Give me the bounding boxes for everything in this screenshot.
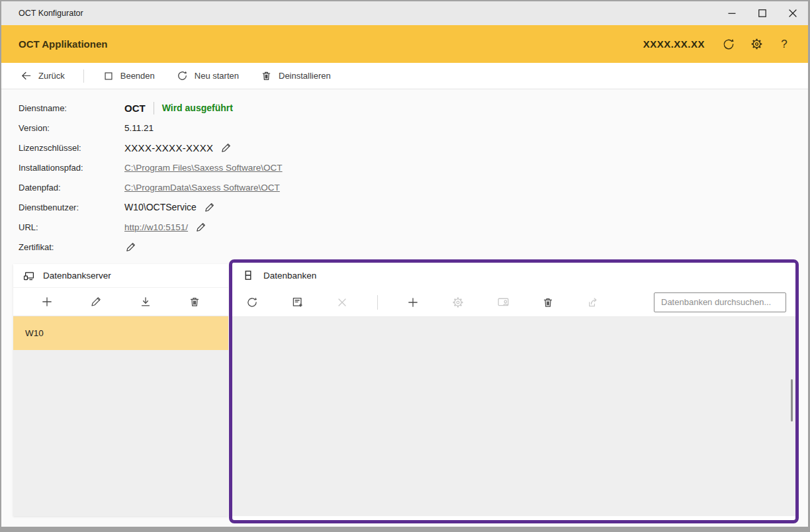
window-controls — [717, 1, 808, 25]
add-server-button[interactable] — [37, 292, 57, 312]
edit-certificate-button[interactable] — [124, 241, 137, 253]
version-value: 5.11.21 — [124, 123, 154, 133]
service-url-link[interactable]: http://w10:5151/ — [124, 222, 188, 232]
install-path-link[interactable]: C:\Program Files\Saxess Software\OCT — [124, 163, 283, 173]
command-bar-divider — [83, 69, 84, 83]
pencil-icon — [89, 295, 103, 308]
scrollbar-thumb[interactable] — [791, 379, 793, 421]
toolbar-divider — [377, 295, 378, 310]
trash-icon — [188, 295, 201, 308]
field-row-zertifikat: Zertifikat: — [19, 237, 283, 257]
database-server-panel-title: Datenbankserver — [43, 271, 111, 281]
gear-icon — [750, 37, 764, 51]
pencil-icon — [195, 221, 207, 234]
refresh-icon — [246, 296, 259, 309]
add-database-button[interactable] — [403, 292, 423, 312]
edit-server-button[interactable] — [86, 292, 106, 312]
field-label: Dienstname: — [19, 103, 124, 113]
delete-server-button[interactable] — [185, 292, 204, 312]
user-preview-icon — [496, 295, 510, 309]
field-row-version: Version: 5.11.21 — [19, 118, 283, 138]
pencil-icon — [124, 241, 137, 253]
window-frame: OCT Konfigurator OCT Applikationen XXXX.… — [0, 0, 810, 532]
databases-toolbar — [232, 288, 795, 317]
edit-url-button[interactable] — [195, 221, 207, 234]
new-from-template-button[interactable] — [287, 292, 307, 312]
database-icon — [242, 269, 255, 282]
settings-button[interactable] — [747, 35, 766, 54]
field-row-datenpfad: Datenpfad: C:\ProgramData\Saxess Softwar… — [19, 177, 283, 197]
refresh-icon — [721, 37, 736, 52]
edit-license-button[interactable] — [220, 142, 232, 154]
refresh-databases-button[interactable] — [242, 292, 262, 312]
databases-panel-header: Datenbanken — [232, 263, 795, 288]
field-label: Datenpfad: — [19, 183, 124, 193]
databases-panel: Datenbanken — [229, 259, 799, 523]
service-details: Dienstname: OCT Wird ausgeführt Version:… — [19, 98, 283, 257]
help-button[interactable]: ? — [775, 35, 793, 54]
database-server-panel: Datenbankserver W10 — [13, 264, 228, 516]
minimize-button[interactable] — [717, 1, 747, 25]
app-header: OCT Applikationen XXXX.XX.XX ? — [1, 25, 808, 63]
restart-icon — [176, 69, 189, 82]
back-button[interactable]: Zurück — [20, 69, 65, 82]
field-label: Installationspfad: — [19, 163, 124, 173]
refresh-button[interactable] — [719, 35, 738, 54]
main-content: Dienstname: OCT Wird ausgeführt Version:… — [1, 89, 808, 527]
minimize-icon — [725, 7, 739, 20]
data-path-link[interactable]: C:\ProgramData\Saxess Software\OCT — [124, 183, 280, 193]
delete-database-button[interactable] — [538, 292, 558, 312]
command-bar: Zurück Beenden Neu starten Deinstalliere… — [1, 63, 808, 89]
uninstall-label: Deinstallieren — [279, 71, 331, 81]
back-label: Zurück — [38, 71, 65, 81]
page-title: OCT Applikationen — [19, 38, 107, 50]
databases-list-area — [232, 317, 795, 516]
back-arrow-icon — [20, 69, 32, 82]
close-button[interactable] — [778, 1, 808, 25]
window-title: OCT Konfigurator — [19, 9, 83, 18]
field-label: Lizenzschlüssel: — [19, 143, 124, 153]
question-mark-icon: ? — [781, 38, 787, 51]
field-row-lizenzschluessel: Lizenzschlüssel: XXXX-XXXX-XXXX — [19, 138, 283, 157]
database-server-toolbar — [13, 288, 228, 316]
field-row-installationspfad: Installationspfad: C:\Program Files\Saxe… — [19, 157, 283, 177]
restart-label: Neu starten — [195, 71, 239, 81]
import-server-button[interactable] — [136, 292, 156, 312]
database-server-list: W10 — [13, 316, 228, 516]
stop-label: Beenden — [120, 71, 155, 81]
server-name: W10 — [25, 328, 44, 338]
devices-icon — [22, 269, 36, 283]
app-window: OCT Konfigurator OCT Applikationen XXXX.… — [1, 1, 808, 527]
stop-icon — [103, 70, 114, 82]
trash-icon — [260, 69, 273, 82]
preview-user-button[interactable] — [493, 292, 513, 312]
license-key-value: XXXX-XXXX-XXXX — [124, 142, 213, 154]
field-label: Zertifikat: — [19, 242, 124, 252]
database-settings-button[interactable] — [448, 292, 468, 312]
field-label: Dienstbenutzer: — [19, 202, 124, 212]
maximize-icon — [756, 7, 769, 20]
gear-icon — [451, 296, 465, 309]
cancel-action-button[interactable] — [332, 292, 352, 312]
trash-icon — [541, 296, 555, 309]
database-search-input[interactable] — [654, 292, 786, 312]
server-list-item-w10[interactable]: W10 — [13, 316, 228, 350]
restart-service-button[interactable]: Neu starten — [176, 69, 239, 82]
databases-panel-title: Datenbanken — [263, 271, 316, 281]
plus-icon — [406, 296, 420, 309]
uninstall-button[interactable]: Deinstallieren — [260, 69, 331, 82]
status-divider — [154, 102, 154, 114]
share-database-button[interactable] — [583, 292, 603, 312]
version-placeholder: XXXX.XX.XX — [643, 38, 705, 50]
stop-service-button[interactable]: Beenden — [103, 70, 155, 82]
share-icon — [586, 296, 600, 309]
service-user-value: W10\OCTService — [124, 202, 197, 212]
database-server-panel-header: Datenbankserver — [13, 264, 228, 288]
field-label: URL: — [19, 222, 124, 232]
field-row-dienstbenutzer: Dienstbenutzer: W10\OCTService — [19, 197, 283, 217]
maximize-button[interactable] — [747, 1, 778, 25]
pencil-icon — [220, 142, 232, 154]
edit-service-user-button[interactable] — [203, 201, 216, 214]
app-header-actions: XXXX.XX.XX ? — [643, 35, 793, 54]
field-row-url: URL: http://w10:5151/ — [19, 217, 283, 237]
